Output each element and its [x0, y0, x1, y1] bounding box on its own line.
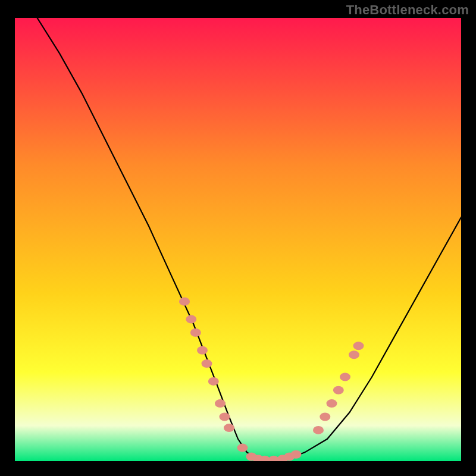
data-marker: [215, 399, 226, 408]
data-marker: [333, 386, 344, 394]
watermark-text: TheBottleneck.com: [346, 2, 469, 18]
gradient-background: [15, 18, 461, 461]
data-marker: [179, 298, 190, 306]
data-marker: [197, 346, 208, 355]
data-marker: [237, 444, 248, 452]
data-marker: [190, 328, 201, 337]
data-marker: [224, 424, 234, 432]
data-marker: [353, 342, 364, 350]
chart-svg: [15, 18, 461, 461]
data-marker: [313, 426, 324, 434]
data-marker: [220, 413, 230, 421]
data-marker: [340, 373, 350, 381]
data-marker: [186, 315, 196, 324]
data-marker: [349, 350, 359, 359]
plot-area: [15, 18, 461, 461]
data-marker: [202, 359, 212, 368]
data-marker: [208, 377, 219, 386]
data-marker: [291, 450, 302, 459]
chart-frame: TheBottleneck.com: [0, 0, 476, 476]
data-marker: [327, 399, 337, 408]
data-marker: [320, 413, 330, 421]
